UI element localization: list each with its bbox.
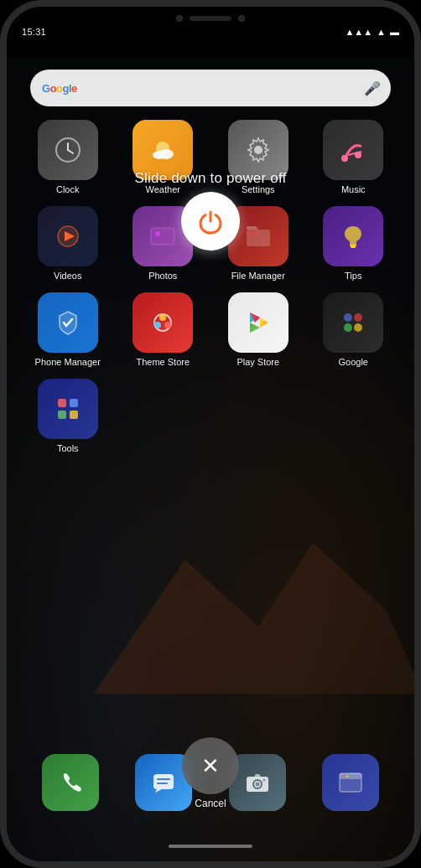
notch [152,7,269,30]
signal-icon: ▲▲▲ [345,27,372,37]
status-time: 15:31 [22,27,46,37]
photos-label: Photos [148,271,177,281]
phone-frame: 15:31 ▲▲▲ ▲ ▬ Google 🎤 [0,0,421,868]
app-playstore[interactable]: Play Store [214,292,303,367]
dock-phone[interactable] [42,754,99,811]
wifi-icon: ▲ [377,27,386,37]
svg-point-6 [254,146,262,154]
home-indicator [169,845,252,848]
svg-rect-33 [70,411,78,419]
phonemanager-icon [38,292,98,353]
svg-point-29 [354,323,362,332]
svg-rect-31 [58,411,66,419]
svg-point-5 [159,149,174,159]
google-app-icon [323,292,383,353]
google-logo: Google [42,82,77,95]
tools-label: Tools [57,443,79,453]
power-off-text: Slide down to power off [134,170,286,187]
tips-label: Tips [345,271,361,281]
svg-marker-24 [260,318,268,328]
themestore-icon [133,292,193,353]
filemanager-label: File Manager [231,271,285,281]
cancel-label: Cancel [195,798,226,809]
videos-label: Videos [54,271,81,281]
sensor-dot [238,15,245,22]
playstore-label: Play Store [236,357,279,367]
svg-point-21 [164,322,171,328]
dock-browser[interactable] [322,754,379,811]
playstore-icon [228,292,288,353]
camera-dot [176,15,183,22]
svg-point-7 [341,155,348,162]
microphone-icon[interactable]: 🎤 [364,80,379,96]
app-google[interactable]: Google [309,292,398,367]
svg-point-20 [154,322,161,328]
svg-rect-32 [70,399,78,407]
svg-point-28 [344,323,352,332]
svg-point-43 [343,775,346,778]
svg-point-40 [262,779,265,782]
speaker [190,16,231,21]
app-tools[interactable]: Tools [23,379,112,453]
power-off-bar: Slide down to power off [7,170,414,251]
svg-marker-23 [250,323,260,333]
app-themestore[interactable]: Theme Store [119,292,208,367]
battery-icon: ▬ [390,27,399,37]
svg-point-27 [354,313,362,322]
svg-rect-30 [58,399,66,407]
cancel-container: ✕ Cancel [182,737,239,809]
cancel-button[interactable]: ✕ [182,737,239,794]
power-button[interactable] [181,192,240,251]
status-icons: ▲▲▲ ▲ ▬ [345,27,399,37]
svg-rect-34 [153,774,174,789]
svg-point-19 [159,314,166,321]
cancel-x-icon: ✕ [201,755,220,777]
app-phonemanager[interactable]: Phone Manager [23,292,112,367]
status-bar: 15:31 ▲▲▲ ▲ ▬ [7,7,414,57]
google-search-bar[interactable]: Google 🎤 [30,70,391,106]
themestore-label: Theme Store [136,357,190,367]
svg-point-44 [346,775,349,778]
google-label: Google [339,357,368,367]
svg-point-26 [344,313,352,322]
svg-line-2 [68,150,73,153]
phonemanager-label: Phone Manager [35,357,101,367]
svg-point-39 [255,783,259,787]
tools-icon [38,379,98,439]
svg-point-45 [350,775,352,778]
